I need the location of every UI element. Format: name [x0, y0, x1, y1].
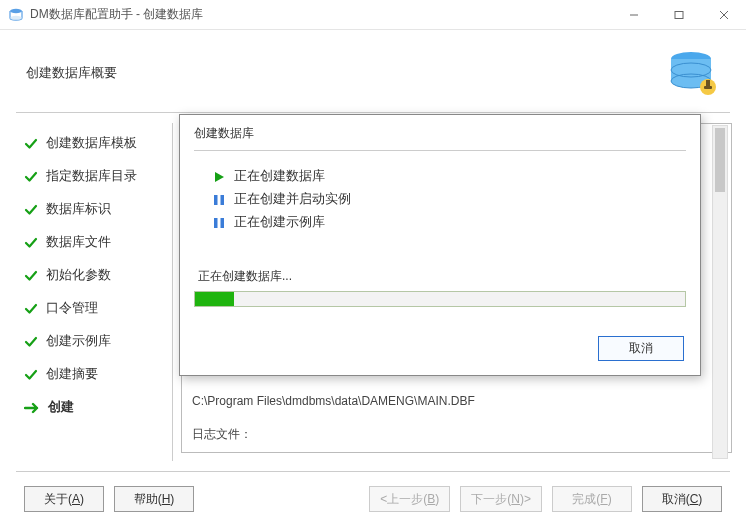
progress-bar [194, 291, 686, 307]
step-label: 口令管理 [46, 300, 98, 317]
maximize-button[interactable] [656, 0, 701, 29]
help-button[interactable]: 帮助(H) [114, 486, 194, 512]
close-button[interactable] [701, 0, 746, 29]
prev-prefix: < [380, 492, 387, 506]
cancel-label: 取消 [662, 491, 686, 508]
next-suffix: > [524, 492, 531, 506]
progress-fill [195, 292, 234, 306]
window-controls [611, 0, 746, 29]
next-label: 下一步 [471, 491, 507, 508]
step-label: 初始化参数 [46, 267, 111, 284]
about-mnemonic: A [72, 492, 80, 506]
task-list: 正在创建数据库 正在创建并启动实例 正在创建示例库 [194, 165, 686, 234]
check-icon [24, 170, 38, 184]
step-label: 创建示例库 [46, 333, 111, 350]
database-config-icon [666, 46, 720, 100]
step-create: 创建 [24, 391, 164, 424]
task-create-sample: 正在创建示例库 [212, 211, 686, 234]
step-label: 创建摘要 [46, 366, 98, 383]
dialog-divider [194, 150, 686, 151]
check-icon [24, 203, 38, 217]
check-icon [24, 269, 38, 283]
dialog-cancel-button[interactable]: 取消 [598, 336, 684, 361]
check-icon [24, 137, 38, 151]
next-mnemonic: N [511, 492, 520, 506]
check-icon [24, 236, 38, 250]
scrollbar-thumb[interactable] [715, 128, 725, 192]
step-identity: 数据库标识 [24, 193, 164, 226]
svg-rect-3 [675, 11, 683, 18]
app-icon [8, 7, 24, 23]
prev-label: 上一步 [387, 491, 423, 508]
create-database-dialog: 创建数据库 正在创建数据库 正在创建并启动实例 正在创建示例库 正在创建数据库.… [179, 114, 701, 376]
check-icon [24, 302, 38, 316]
svg-rect-12 [214, 195, 218, 205]
step-label: 指定数据库目录 [46, 168, 137, 185]
footer: 关于(A) 帮助(H) < 上一步(B) 下一步(N) > 完成(F) 取消(C… [16, 471, 730, 512]
task-create-db: 正在创建数据库 [212, 165, 686, 188]
check-icon [24, 335, 38, 349]
wizard-steps-sidebar: 创建数据库模板 指定数据库目录 数据库标识 数据库文件 初始化参数 口令管理 创… [0, 113, 172, 471]
finish-label: 完成 [572, 491, 596, 508]
next-button: 下一步(N) > [460, 486, 542, 512]
svg-point-1 [10, 15, 22, 19]
task-label: 正在创建示例库 [234, 214, 325, 231]
task-label: 正在创建并启动实例 [234, 191, 351, 208]
minimize-button[interactable] [611, 0, 656, 29]
arrow-right-icon [24, 402, 40, 414]
svg-rect-15 [221, 218, 225, 228]
step-files: 数据库文件 [24, 226, 164, 259]
prev-mnemonic: B [427, 492, 435, 506]
step-label: 数据库标识 [46, 201, 111, 218]
progress-label: 正在创建数据库... [194, 268, 686, 285]
step-init-params: 初始化参数 [24, 259, 164, 292]
step-password: 口令管理 [24, 292, 164, 325]
titlebar: DM数据库配置助手 - 创建数据库 [0, 0, 746, 30]
step-sample-db: 创建示例库 [24, 325, 164, 358]
page-header: 创建数据库概要 [0, 30, 746, 112]
vertical-scrollbar[interactable] [712, 125, 728, 459]
step-summary: 创建摘要 [24, 358, 164, 391]
check-icon [24, 368, 38, 382]
task-label: 正在创建数据库 [234, 168, 325, 185]
help-mnemonic: H [162, 492, 171, 506]
dialog-title: 创建数据库 [194, 125, 686, 150]
step-template: 创建数据库模板 [24, 127, 164, 160]
help-label: 帮助 [134, 491, 158, 508]
about-label: 关于 [44, 491, 68, 508]
step-directory: 指定数据库目录 [24, 160, 164, 193]
cancel-mnemonic: C [690, 492, 699, 506]
svg-rect-10 [706, 80, 710, 86]
svg-rect-13 [221, 195, 225, 205]
finish-mnemonic: F [600, 492, 607, 506]
cancel-button[interactable]: 取消(C) [642, 486, 722, 512]
previous-button: < 上一步(B) [369, 486, 450, 512]
svg-rect-11 [704, 86, 712, 89]
svg-point-0 [10, 8, 22, 12]
svg-rect-14 [214, 218, 218, 228]
step-label: 创建数据库模板 [46, 135, 137, 152]
finish-button: 完成(F) [552, 486, 632, 512]
pause-icon [212, 193, 226, 207]
task-start-instance: 正在创建并启动实例 [212, 188, 686, 211]
log-label: 日志文件： [192, 426, 252, 443]
pause-icon [212, 216, 226, 230]
about-button[interactable]: 关于(A) [24, 486, 104, 512]
step-label: 数据库文件 [46, 234, 111, 251]
step-label: 创建 [48, 399, 74, 416]
file-path-text: C:\Program Files\dmdbms\data\DAMENG\MAIN… [192, 394, 475, 408]
play-icon [212, 170, 226, 184]
window-title: DM数据库配置助手 - 创建数据库 [30, 6, 611, 23]
page-title: 创建数据库概要 [26, 64, 117, 82]
